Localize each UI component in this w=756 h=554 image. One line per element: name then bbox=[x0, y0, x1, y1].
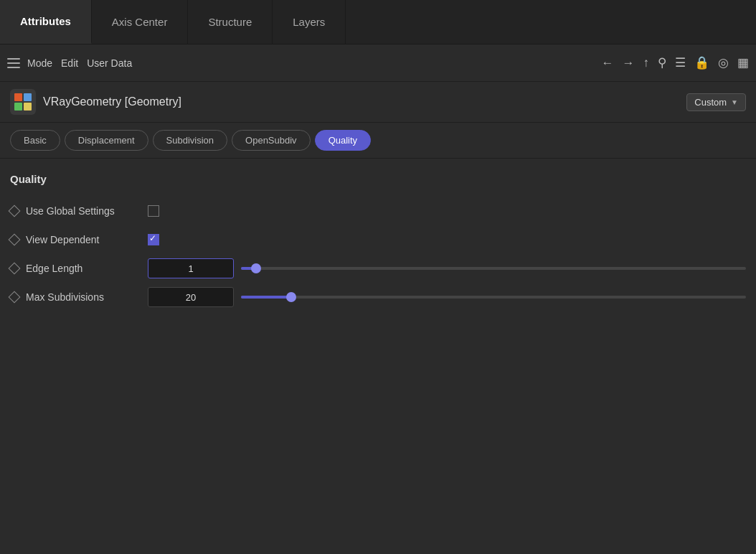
diamond-icon-max-subdivisions bbox=[9, 291, 21, 304]
hamburger-menu[interactable] bbox=[7, 58, 20, 68]
object-icon bbox=[10, 89, 36, 115]
filter-icon[interactable]: ☰ bbox=[675, 55, 686, 70]
property-row-use-global-settings: Use Global Settings bbox=[10, 197, 746, 225]
slider-track-max-subdivisions[interactable] bbox=[241, 296, 746, 299]
property-row-edge-length: Edge Length bbox=[10, 254, 746, 283]
preset-dropdown[interactable]: Custom ▼ bbox=[686, 93, 746, 111]
checkbox-view-dependent[interactable] bbox=[148, 234, 159, 245]
toolbar: Mode Edit User Data ← → ↑ ⚲ ☰ 🔒 ◎ ▦ bbox=[0, 44, 756, 82]
object-header: VRayGeometry [Geometry] Custom ▼ bbox=[0, 82, 756, 123]
preset-label: Custom bbox=[694, 97, 727, 108]
slider-edge-length[interactable] bbox=[241, 267, 746, 270]
tab-layers[interactable]: Layers bbox=[273, 0, 346, 44]
input-max-subdivisions[interactable] bbox=[148, 287, 234, 307]
forward-icon[interactable]: → bbox=[623, 56, 635, 70]
subtab-displacement[interactable]: Displacement bbox=[65, 130, 148, 151]
svg-rect-1 bbox=[24, 93, 32, 101]
prop-label-max-subdivisions: Max Subdivisions bbox=[26, 291, 141, 303]
slider-fill-max-subdivisions bbox=[241, 296, 291, 299]
userdata-label[interactable]: User Data bbox=[87, 57, 132, 69]
tab-attributes[interactable]: Attributes bbox=[0, 0, 92, 44]
dropdown-arrow-icon: ▼ bbox=[731, 98, 738, 106]
grid-icon[interactable]: ▦ bbox=[737, 55, 749, 70]
subtab-subdivision[interactable]: Subdivision bbox=[153, 130, 228, 151]
prop-label-use-global-settings: Use Global Settings bbox=[26, 205, 141, 217]
prop-label-view-dependent: View Dependent bbox=[26, 234, 141, 245]
subtab-basic[interactable]: Basic bbox=[10, 130, 60, 151]
diamond-icon-edge-length bbox=[9, 263, 21, 275]
top-tab-bar: Attributes Axis Center Structure Layers bbox=[0, 0, 756, 44]
svg-rect-3 bbox=[24, 103, 32, 111]
tab-structure[interactable]: Structure bbox=[188, 0, 273, 44]
target-icon[interactable]: ◎ bbox=[718, 55, 729, 70]
slider-thumb-max-subdivisions[interactable] bbox=[286, 292, 296, 302]
diamond-icon-view-dependent bbox=[9, 234, 21, 246]
mode-label[interactable]: Mode bbox=[27, 57, 52, 69]
back-icon[interactable]: ← bbox=[602, 56, 614, 70]
property-row-view-dependent: View Dependent bbox=[10, 225, 746, 254]
section-title: Quality bbox=[10, 173, 746, 185]
slider-thumb-edge-length[interactable] bbox=[251, 263, 261, 273]
slider-max-subdivisions[interactable] bbox=[241, 296, 746, 299]
subtab-quality[interactable]: Quality bbox=[315, 130, 371, 151]
subtab-opensubdiv[interactable]: OpenSubdiv bbox=[232, 130, 311, 151]
subtab-bar: Basic Displacement Subdivision OpenSubdi… bbox=[0, 123, 756, 159]
diamond-icon-use-global bbox=[9, 205, 21, 217]
up-icon[interactable]: ↑ bbox=[643, 56, 650, 70]
property-row-max-subdivisions: Max Subdivisions bbox=[10, 283, 746, 311]
svg-rect-0 bbox=[14, 93, 22, 101]
checkbox-use-global-settings[interactable] bbox=[148, 205, 159, 217]
lock-icon[interactable]: 🔒 bbox=[694, 55, 709, 70]
search-icon[interactable]: ⚲ bbox=[658, 55, 666, 70]
slider-track-edge-length[interactable] bbox=[241, 267, 746, 270]
tab-axis-center[interactable]: Axis Center bbox=[92, 0, 189, 44]
object-title: VRayGeometry [Geometry] bbox=[43, 95, 679, 108]
toolbar-icon-group: ← → ↑ ⚲ ☰ 🔒 ◎ ▦ bbox=[602, 55, 750, 70]
input-edge-length[interactable] bbox=[148, 258, 234, 278]
content-panel: Quality Use Global Settings View Depende… bbox=[0, 159, 756, 326]
edit-label[interactable]: Edit bbox=[61, 57, 78, 69]
svg-rect-2 bbox=[14, 103, 22, 111]
prop-label-edge-length: Edge Length bbox=[26, 263, 141, 274]
